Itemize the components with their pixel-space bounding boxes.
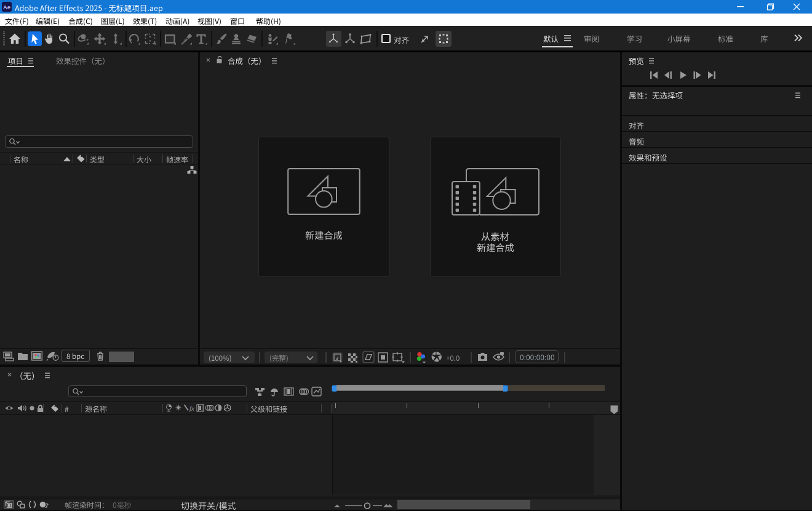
svg-text:fx: fx xyxy=(189,404,194,412)
svg-text:Ae: Ae xyxy=(3,4,10,10)
